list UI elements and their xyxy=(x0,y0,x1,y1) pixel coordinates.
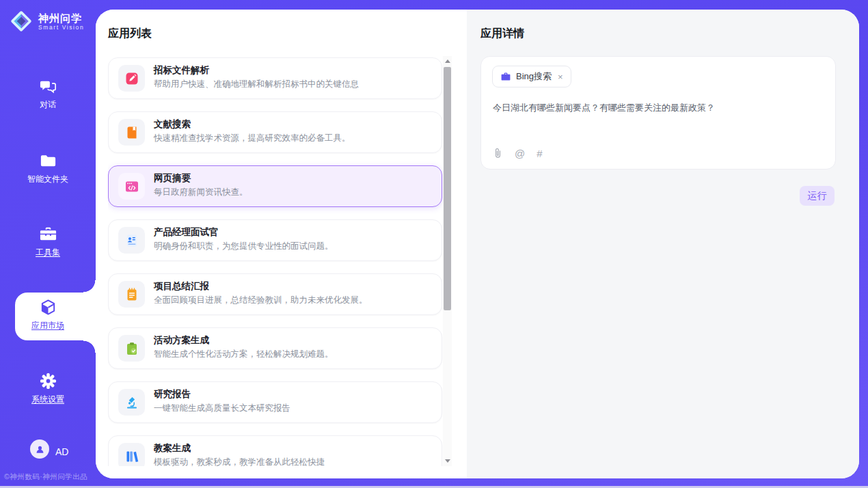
prompt-input[interactable]: 今日湖北有哪些新闻要点？有哪些需要关注的最新政策？ xyxy=(493,102,822,114)
sidebar-item-smart-folder[interactable]: 智能文件夹 xyxy=(0,152,96,185)
prompt-toolbar: @ # xyxy=(493,148,543,159)
app-card-title: 研究报告 xyxy=(154,388,191,401)
hash-tag-icon[interactable]: # xyxy=(537,148,542,159)
app-card-title: 教案生成 xyxy=(154,442,191,455)
app-window: 神州问学 Smart Vision 对话 智能文件夹 工具集 应用市场 xyxy=(0,0,868,488)
app-card-desc: 每日政府新闻资讯快查。 xyxy=(154,187,248,198)
briefcase-icon xyxy=(500,71,511,82)
folder-icon xyxy=(39,152,57,170)
app-card-lesson-plan[interactable]: 教案生成 模板驱动，教案秒成，教学准备从此轻松快捷 xyxy=(108,435,442,466)
clipboard-check-icon xyxy=(118,335,145,362)
app-card-bid-analysis[interactable]: 招标文件解析 帮助用户快速、准确地理解和解析招标书中的关键信息 xyxy=(108,57,442,99)
sidebar-item-label: 应用市场 xyxy=(31,320,64,331)
app-card-title: 文献搜索 xyxy=(154,118,191,131)
app-card-research-report[interactable]: 研究报告 一键智能生成高质量长文本研究报告 xyxy=(108,381,442,423)
app-card-desc: 帮助用户快速、准确地理解和解析招标书中的关键信息 xyxy=(154,79,359,90)
scroll-down-arrow-icon[interactable] xyxy=(445,459,450,463)
sidebar-item-label: 系统设置 xyxy=(31,394,64,405)
sidebar-item-label: 工具集 xyxy=(36,247,60,258)
avatar[interactable] xyxy=(30,439,49,459)
app-card-title: 项目总结汇报 xyxy=(154,280,209,293)
app-card-desc: 模板驱动，教案秒成，教学准备从此轻松快捷 xyxy=(154,457,325,466)
tool-chip-label: Bing搜索 xyxy=(516,70,552,83)
app-card-project-summary[interactable]: 项目总结汇报 全面回顾项目进展，总结经验教训，助力未来优化发展。 xyxy=(108,273,442,315)
app-card-title: 招标文件解析 xyxy=(154,64,209,77)
brand-subtitle: Smart Vision xyxy=(38,24,84,31)
app-card-web-summary[interactable]: 网页摘要 每日政府新闻资讯快查。 xyxy=(108,165,442,207)
user-name: AD xyxy=(55,446,68,457)
cube-icon xyxy=(39,298,57,316)
content-area: 应用列表 招标文件解析 帮助用户快速、准确地理解和解析招标书中的关键信息 xyxy=(96,10,859,478)
sidebar-item-label: 对话 xyxy=(40,99,56,111)
copyright-footer: ©神州数码·神州问学出品 xyxy=(4,472,87,482)
summary-report-icon xyxy=(118,281,145,308)
interviewer-icon xyxy=(118,227,145,254)
app-card-desc: 一键智能生成高质量长文本研究报告 xyxy=(154,403,290,414)
app-list-panel: 应用列表 招标文件解析 帮助用户快速、准确地理解和解析招标书中的关键信息 xyxy=(96,10,467,478)
app-list: 招标文件解析 帮助用户快速、准确地理解和解析招标书中的关键信息 文献搜索 快速精… xyxy=(108,56,443,466)
scrollbar-thumb[interactable] xyxy=(444,67,451,310)
app-card-pm-interviewer[interactable]: 产品经理面试官 明确身份和职责，为您提供专业性的面试问题。 xyxy=(108,219,442,261)
sidebar-item-app-market[interactable]: 应用市场 xyxy=(0,298,96,331)
browser-code-icon xyxy=(118,173,145,200)
user-icon xyxy=(34,444,46,455)
chat-icon xyxy=(39,77,57,96)
app-card-title: 活动方案生成 xyxy=(154,334,209,347)
diamond-logo-icon xyxy=(9,9,33,33)
list-scrollbar[interactable] xyxy=(443,56,452,466)
app-list-title: 应用列表 xyxy=(108,27,152,41)
app-card-literature-search[interactable]: 文献搜索 快速精准查找学术资源，提高研究效率的必备工具。 xyxy=(108,111,442,153)
sidebar-item-toolset[interactable]: 工具集 xyxy=(0,225,96,258)
close-icon[interactable]: × xyxy=(558,72,563,82)
sidebar-item-chat[interactable]: 对话 xyxy=(0,77,96,111)
app-card-event-plan[interactable]: 活动方案生成 智能生成个性化活动方案，轻松解决规划难题。 xyxy=(108,327,442,369)
scroll-up-arrow-icon[interactable] xyxy=(445,59,450,63)
app-detail-title: 应用详情 xyxy=(480,27,524,41)
app-detail-panel: 应用详情 Bing搜索 × 今日湖北有哪些新闻要点？有哪些需要关注的最新政策？ xyxy=(467,10,859,478)
microscope-icon xyxy=(118,389,145,416)
run-button[interactable]: 运行 xyxy=(800,186,835,206)
brand-logo: 神州问学 Smart Vision xyxy=(9,9,84,33)
toolbox-icon xyxy=(39,225,57,243)
app-card-desc: 快速精准查找学术资源，提高研究效率的必备工具。 xyxy=(154,133,351,144)
prompt-card: Bing搜索 × 今日湖北有哪些新闻要点？有哪些需要关注的最新政策？ @ # xyxy=(480,56,836,170)
sidebar-item-settings[interactable]: 系统设置 xyxy=(0,372,96,405)
paperclip-icon[interactable] xyxy=(493,148,503,159)
sidebar-item-label: 智能文件夹 xyxy=(27,174,68,185)
brand-name: 神州问学 xyxy=(38,12,84,24)
app-card-desc: 明确身份和职责，为您提供专业性的面试问题。 xyxy=(154,241,334,252)
edit-square-icon xyxy=(118,65,145,92)
app-card-desc: 全面回顾项目进展，总结经验教训，助力未来优化发展。 xyxy=(154,295,368,306)
book-icon xyxy=(118,119,145,146)
app-card-title: 网页摘要 xyxy=(154,172,191,185)
app-card-title: 产品经理面试官 xyxy=(154,226,219,239)
gear-icon xyxy=(39,372,57,390)
books-icon xyxy=(118,443,145,466)
at-mention-icon[interactable]: @ xyxy=(515,148,525,159)
tool-chip-bing-search[interactable]: Bing搜索 × xyxy=(492,66,571,87)
app-card-desc: 智能生成个性化活动方案，轻松解决规划难题。 xyxy=(154,349,334,360)
